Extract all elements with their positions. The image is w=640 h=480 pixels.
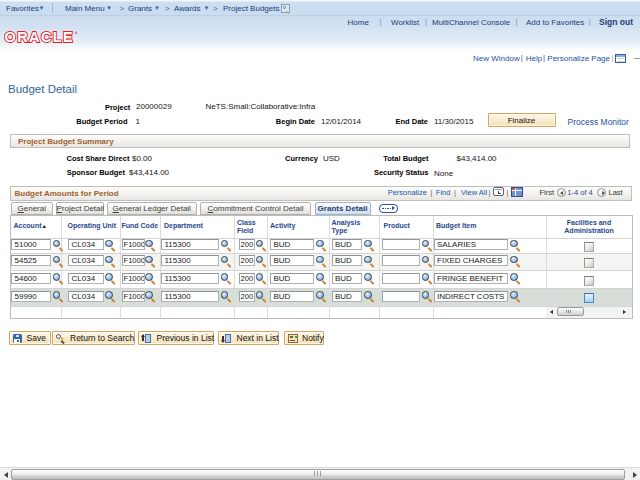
- svg-text:ORACLE: ORACLE: [5, 30, 75, 45]
